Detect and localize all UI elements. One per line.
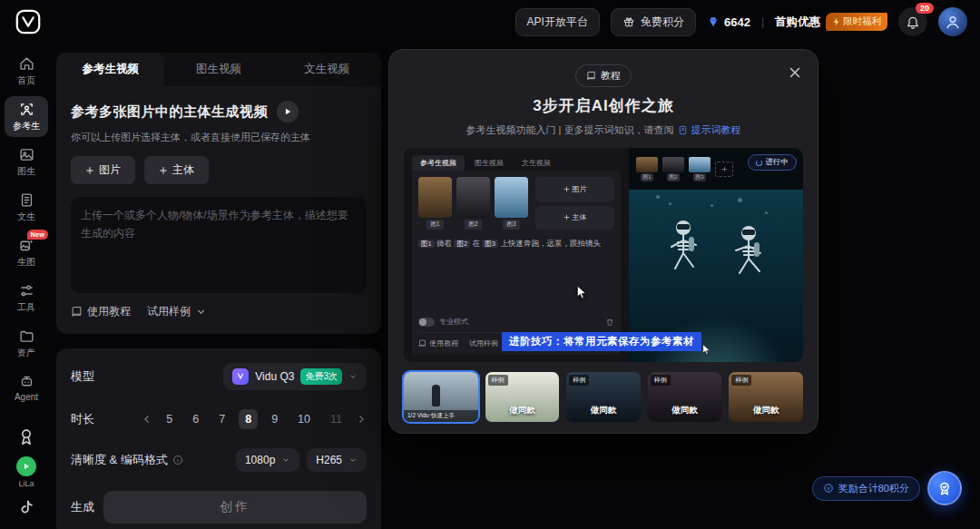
sidebar-item-label: 首页 (17, 74, 35, 87)
chevron-down-icon (281, 456, 290, 465)
sidebar-item-image-gen[interactable]: New 生图 (5, 232, 48, 273)
reward-total-pill[interactable]: 奖励合计80积分 (812, 476, 920, 501)
sidebar-item-text-to-video[interactable]: 文生 (5, 187, 48, 228)
tutorial-video-player[interactable]: 参考生视频 图生视频 文生视频 图1 图2 (404, 148, 803, 362)
lightning-icon (832, 17, 841, 26)
first-purchase-promo[interactable]: 首购优惠 限时福利 (775, 13, 887, 31)
duration-option-10[interactable]: 10 (291, 409, 317, 429)
tab-reference-video[interactable]: 参考生视频 (56, 53, 164, 86)
intro-play-button[interactable] (277, 101, 299, 122)
quality-row: 清晰度 & 编码格式 1080p H265 (71, 448, 367, 472)
demo-thumbnail-cowboy (418, 177, 452, 218)
demo-prompt-text: 上快速奔跑，远景，跟拍镜头 (500, 239, 601, 248)
demo-add-image-button: 图片 (535, 177, 614, 201)
duration-next-icon[interactable] (356, 414, 367, 425)
user-avatar[interactable] (938, 7, 967, 36)
sample-caption-text: 1/2 Vidu·快速上手 (407, 412, 455, 418)
resolution-select[interactable]: 1080p (236, 448, 299, 472)
free-credits-button[interactable]: 免费积分 (611, 8, 696, 36)
tutorial-badge: 教程 (575, 64, 632, 87)
tab-text-video[interactable]: 文生视频 (273, 53, 381, 86)
sidebar-item-tools[interactable]: 工具 (5, 278, 48, 318)
demo-thumbnail-horse (456, 177, 490, 218)
strip-image-label: 图1 (641, 173, 652, 181)
mode-tabs: 参考生视频 图生视频 文生视频 (56, 53, 381, 86)
doc-link-icon (678, 125, 688, 135)
sample-tag: 样例 (569, 375, 589, 386)
tutorial-link[interactable]: 使用教程 (71, 304, 131, 319)
api-platform-button[interactable]: API开放平台 (515, 8, 600, 36)
status-badge: 进行中 (748, 154, 798, 171)
quality-label: 清晰度 & 编码格式 (71, 452, 183, 468)
sidebar-item-assets[interactable]: 资产 (5, 323, 48, 364)
sample-action-label: 做同款 (729, 405, 803, 416)
sidebar-item-agent[interactable]: Agent (5, 368, 48, 407)
create-button[interactable]: 创作 (103, 491, 367, 524)
sidebar-item-home[interactable]: 首页 (5, 51, 48, 92)
app-root: API开放平台 免费积分 6642 | 首购优惠 (0, 0, 980, 529)
chevron-down-icon (348, 372, 358, 381)
prompt-area (71, 197, 367, 293)
sample-label: 试用样例 (147, 304, 191, 319)
sample-card[interactable]: 样例 做同款 (729, 372, 803, 422)
tutorial-modal: 教程 3步开启AI创作之旅 参考生视频功能入门 | 更多提示词知识，请查阅 提示… (388, 49, 818, 434)
api-platform-label: API开放平台 (527, 15, 588, 30)
credits-value: 6642 (724, 15, 750, 29)
duration-option-5[interactable]: 5 (160, 409, 179, 429)
duration-option-7[interactable]: 7 (212, 409, 231, 429)
vidu-logo[interactable] (15, 8, 42, 35)
duration-option-6[interactable]: 6 (186, 409, 205, 429)
model-value: Vidu Q3 (255, 370, 294, 383)
sample-action-label: 做同款 (648, 405, 722, 416)
duration-prev-icon[interactable] (142, 414, 152, 425)
duration-option-11[interactable]: 11 (324, 409, 348, 429)
demo-add-subject-button: 主体 (535, 206, 614, 230)
spinner-icon (756, 160, 762, 166)
sample-card[interactable]: 样例 做同款 (648, 372, 722, 422)
close-icon[interactable] (787, 64, 803, 81)
tab-image-video[interactable]: 图生视频 (164, 53, 272, 86)
sidebar-item-reference[interactable]: 参考生 (5, 96, 48, 137)
sidebar-item-lila[interactable]: LiLa (16, 456, 36, 488)
home-icon (19, 56, 34, 72)
duration-option-9[interactable]: 9 (265, 409, 284, 429)
add-image-button[interactable]: 图片 (71, 156, 135, 184)
credits-balance[interactable]: 6642 (707, 15, 750, 29)
prompt-tutorial-link[interactable]: 提示词教程 (678, 123, 740, 137)
sample-gallery: 1/2 Vidu·快速上手 样例 做同款 样例 做同款 样例 做同款 样例 做同… (404, 372, 803, 422)
add-subject-label: 主体 (172, 162, 194, 178)
sample-card[interactable]: 样例 做同款 (485, 372, 560, 422)
demo-result-preview: 图1 图2 图3 进行中 (629, 148, 803, 362)
model-select[interactable]: Vidu Q3 免费3次 (223, 363, 367, 390)
codec-select[interactable]: H265 (307, 448, 367, 472)
prompt-tutorial-label: 提示词教程 (691, 123, 740, 137)
modal-subtitle-text: 参考生视频功能入门 | 更多提示词知识，请查阅 (466, 123, 674, 137)
first-purchase-label: 首购优惠 (775, 15, 820, 30)
membership-icon[interactable] (16, 426, 36, 446)
demo-tab: 文生视频 (514, 155, 559, 171)
composer-title: 参考多张图片中的主体生成视频 (71, 103, 268, 121)
sidebar-item-image-to-video[interactable]: 图生 (5, 142, 48, 182)
sample-card[interactable]: 样例 做同款 (566, 372, 641, 422)
lila-label: LiLa (18, 479, 34, 488)
notifications-button[interactable]: 20 (898, 7, 927, 36)
add-subject-button[interactable]: 主体 (144, 156, 209, 184)
sample-link[interactable]: 试用样例 (147, 304, 207, 319)
tutorial-badge-label: 教程 (601, 69, 621, 83)
tiktok-icon[interactable] (16, 498, 36, 518)
sample-card-active[interactable]: 1/2 Vidu·快速上手 (404, 372, 478, 422)
duration-option-8-selected[interactable]: 8 (239, 409, 258, 429)
reference-icon (19, 102, 34, 117)
chevron-down-icon (348, 456, 358, 465)
demo-pro-mode-label: 专业模式 (439, 317, 468, 327)
rewards-button[interactable] (927, 471, 962, 505)
sample-action-label: 做同款 (485, 405, 560, 416)
demo-image-1: 图1 (418, 177, 452, 230)
demo-sample-label: 试用样例 (469, 338, 498, 348)
generate-label: 生成 (71, 499, 94, 515)
duration-label: 时长 (71, 411, 94, 427)
trash-icon (605, 318, 614, 327)
sample-figure (432, 385, 440, 407)
demo-image-2: 图2 (456, 177, 490, 230)
prompt-input[interactable] (81, 207, 357, 283)
